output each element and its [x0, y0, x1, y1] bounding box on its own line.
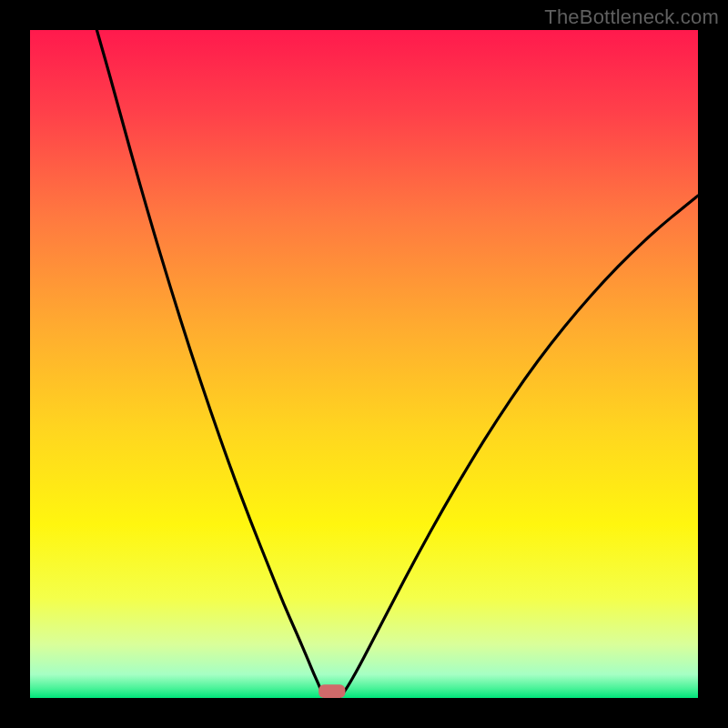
plot-area: [30, 30, 698, 698]
watermark-label: TheBottleneck.com: [544, 5, 719, 29]
outer-frame: TheBottleneck.com: [0, 0, 728, 728]
minimum-marker: [318, 684, 345, 698]
chart-svg: [30, 30, 698, 698]
gradient-background: [30, 30, 698, 698]
